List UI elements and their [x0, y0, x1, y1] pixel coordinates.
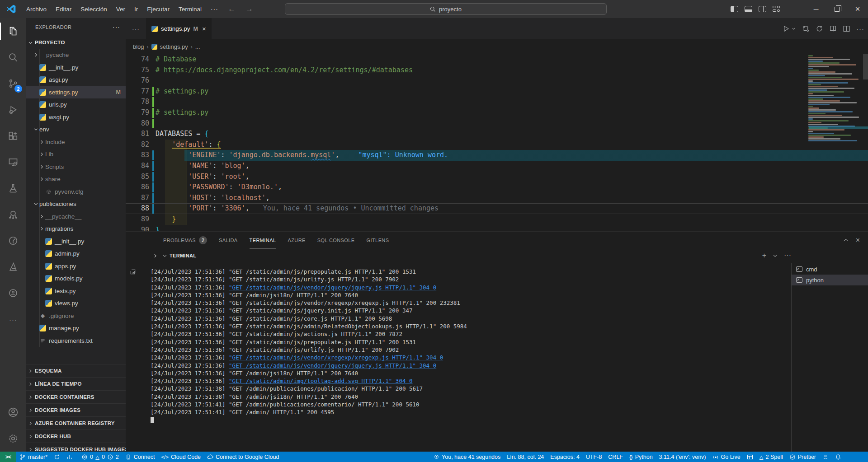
- menu-item-ver[interactable]: Ver: [112, 3, 130, 15]
- tree-item-tests-py[interactable]: tests.py: [26, 285, 126, 298]
- tree-item-asgi-py[interactable]: asgi.py: [26, 74, 126, 86]
- terminal-more-actions-icon[interactable]: ···: [784, 252, 791, 260]
- settings-icon[interactable]: [0, 425, 26, 452]
- section-esquema[interactable]: ESQUEMA: [26, 364, 126, 377]
- status-cursor-position[interactable]: Lín. 88, col. 24: [504, 452, 547, 462]
- project-root-row[interactable]: PROYECTO: [26, 36, 126, 49]
- chevron-down-icon[interactable]: [162, 253, 167, 258]
- tree-item-env[interactable]: env: [26, 123, 126, 136]
- tree-item-views-py[interactable]: views.py: [26, 297, 126, 310]
- tree-item-publicaciones[interactable]: publicaciones: [26, 198, 126, 210]
- breadcrumb-folder[interactable]: blog: [133, 43, 144, 50]
- status-browser-preview[interactable]: [744, 452, 756, 462]
- code-editor[interactable]: 74# Database75# https://docs.djangoproje…: [126, 54, 868, 231]
- nav-forward-icon[interactable]: →: [241, 5, 258, 14]
- status-prettier[interactable]: Prettier: [786, 452, 819, 462]
- run-button[interactable]: [782, 25, 790, 33]
- menu-item-editar[interactable]: Editar: [51, 3, 76, 15]
- menu-item-archivo[interactable]: Archivo: [22, 3, 51, 15]
- status-python-interpreter[interactable]: 3.11.4 ('env': venv): [656, 452, 709, 462]
- section-docker-hub[interactable]: DOCKER HUB: [26, 429, 126, 443]
- panel-tab-problemas[interactable]: PROBLEMAS2: [163, 232, 207, 248]
- test-explorer-icon[interactable]: [0, 175, 26, 201]
- tab-settings-py[interactable]: settings.py M ×: [146, 18, 212, 39]
- tree-item-apps-py[interactable]: apps.py: [26, 260, 126, 273]
- tree-item-pyvenv-cfg[interactable]: pyvenv.cfg: [26, 186, 126, 198]
- extensions-icon[interactable]: [0, 123, 26, 149]
- section-l-nea-de-tiempo[interactable]: LÍNEA DE TIEMPO: [26, 377, 126, 390]
- gitlens-icon[interactable]: [0, 280, 26, 306]
- tree-item-wsgi-py[interactable]: wsgi.py: [26, 111, 126, 124]
- more-actions-icon[interactable]: ···: [856, 25, 864, 33]
- menu-item-ir[interactable]: Ir: [130, 3, 142, 15]
- search-icon[interactable]: [0, 44, 26, 70]
- status-git-branch[interactable]: master*: [16, 452, 51, 462]
- tree-item--pycache-[interactable]: __pycache__: [26, 210, 126, 223]
- status-cloud-code[interactable]: </>Cloud Code: [158, 452, 204, 462]
- tree-item-requirements-txt[interactable]: requirements.txt: [26, 335, 126, 347]
- panel-tab-azure[interactable]: AZURE: [288, 232, 305, 248]
- tab-bar-more-icon[interactable]: ···: [132, 25, 140, 33]
- notebook-icon[interactable]: [829, 25, 837, 33]
- customize-layout-icon[interactable]: [773, 6, 780, 12]
- status-sync-status[interactable]: [51, 452, 63, 462]
- tree-item-urls-py[interactable]: urls.py: [26, 98, 126, 111]
- breadcrumb[interactable]: blog › settings.py › ...: [126, 39, 868, 54]
- status-notifications[interactable]: [832, 452, 844, 462]
- explorer-more-actions-icon[interactable]: ···: [113, 23, 120, 31]
- git-compare-icon[interactable]: [802, 25, 810, 33]
- status-eol-sequence[interactable]: CRLF: [605, 452, 626, 462]
- status-indentation[interactable]: Espacios: 4: [547, 452, 583, 462]
- terminal-profile-dropdown-icon[interactable]: [773, 252, 778, 260]
- nav-back-icon[interactable]: ←: [223, 5, 241, 14]
- new-terminal-icon[interactable]: +: [762, 252, 766, 260]
- chevron-right-icon[interactable]: [153, 253, 158, 258]
- status-gitlens-graph[interactable]: [63, 452, 76, 462]
- status-problems[interactable]: 0△02: [76, 452, 122, 462]
- terminal-tab-cmd[interactable]: >cmd: [792, 264, 868, 275]
- menu-overflow-icon[interactable]: ···: [206, 5, 223, 13]
- explorer-icon[interactable]: [0, 18, 26, 44]
- section-suggested-docker-hub-images[interactable]: SUGGESTED DOCKER HUB IMAGES: [26, 443, 126, 452]
- status-sql-connect[interactable]: Connect: [122, 452, 158, 462]
- menu-item-terminal[interactable]: Terminal: [174, 3, 206, 15]
- tree-item-settings-py[interactable]: settings.pyM: [26, 86, 126, 99]
- terminal-tab-python[interactable]: >python: [792, 275, 868, 285]
- remote-explorer-icon[interactable]: [0, 149, 26, 175]
- git-graph-icon[interactable]: [0, 228, 26, 254]
- tree-item--pycache-[interactable]: __pycache__: [26, 49, 126, 61]
- panel-maximize-icon[interactable]: [843, 236, 849, 244]
- minimap[interactable]: [808, 55, 862, 142]
- breadcrumb-tail[interactable]: ...: [195, 43, 200, 50]
- run-dropdown-icon[interactable]: [791, 26, 796, 31]
- panel-tab-gitlens[interactable]: GITLENS: [367, 232, 389, 248]
- status-encoding[interactable]: UTF-8: [583, 452, 605, 462]
- tree-item-manage-py[interactable]: manage.py: [26, 322, 126, 335]
- run-debug-icon[interactable]: [0, 97, 26, 123]
- open-terminal-editor-icon[interactable]: [129, 268, 136, 275]
- section-docker-containers[interactable]: DOCKER CONTAINERS: [26, 390, 126, 403]
- tree-item-models-py[interactable]: models.py: [26, 272, 126, 285]
- close-button[interactable]: ×: [847, 0, 868, 18]
- status-feedback[interactable]: [819, 452, 832, 462]
- panel-tab-salida[interactable]: SALIDA: [219, 232, 238, 248]
- menu-item-selección[interactable]: Selección: [76, 3, 112, 15]
- toggle-panel-icon[interactable]: [745, 6, 752, 12]
- tree-item--init-py[interactable]: __init__.py: [26, 235, 126, 248]
- account-icon[interactable]: [0, 399, 26, 425]
- terminal-output[interactable]: [24/Jul/2023 17:51:36] "GET /static/admi…: [151, 263, 791, 452]
- status-google-cloud[interactable]: Connect to Google Cloud: [204, 452, 282, 462]
- tree-item--gitignore[interactable]: ◆.gitignore: [26, 310, 126, 322]
- restore-button[interactable]: [826, 0, 847, 18]
- tree-item-include[interactable]: Include: [26, 136, 126, 149]
- command-center-search[interactable]: proyecto: [285, 3, 607, 15]
- restart-icon[interactable]: [816, 25, 823, 33]
- tree-item-scripts[interactable]: Scripts: [26, 161, 126, 173]
- panel-close-icon[interactable]: ×: [856, 236, 860, 244]
- panel-tab-sql-console[interactable]: SQL CONSOLE: [317, 232, 355, 248]
- status-spell-checker[interactable]: △2 Spell: [756, 452, 786, 462]
- breadcrumb-file[interactable]: settings.py: [160, 43, 188, 50]
- split-editor-icon[interactable]: [843, 25, 850, 33]
- azure-icon[interactable]: [0, 254, 26, 280]
- status-language-mode[interactable]: {}Python: [626, 452, 656, 462]
